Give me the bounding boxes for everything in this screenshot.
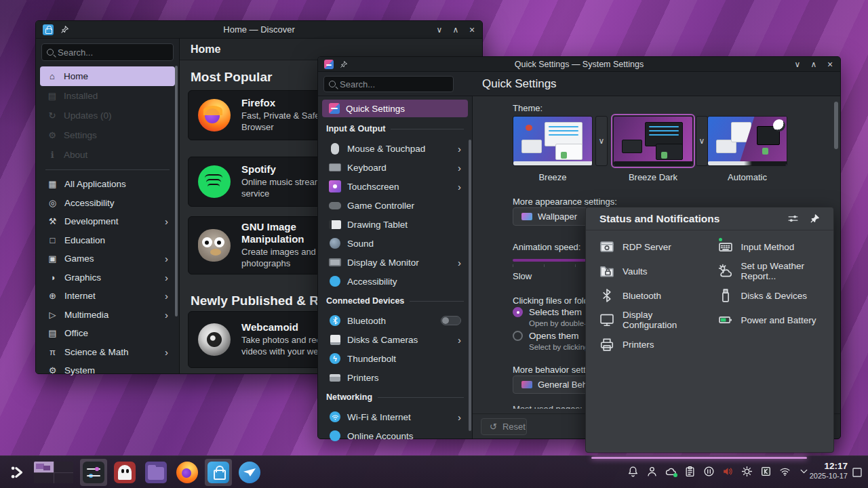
- user-icon[interactable]: [646, 466, 658, 477]
- search-icon: [329, 81, 336, 87]
- clipboard-icon[interactable]: [684, 466, 696, 477]
- category-education[interactable]: □Education: [40, 231, 175, 250]
- breeze-options-button[interactable]: [595, 116, 608, 166]
- sidebar-item-bluetooth[interactable]: Bluetooth: [322, 311, 468, 330]
- search-input[interactable]: Search...: [323, 76, 454, 92]
- theme-preview-breeze-dark[interactable]: [613, 116, 693, 166]
- virtual-desktop-pager[interactable]: [34, 462, 73, 483]
- chevron-right-icon: [458, 181, 461, 192]
- minimize-button[interactable]: [793, 60, 802, 69]
- category-games[interactable]: ▣Games: [40, 249, 175, 268]
- configure-icon[interactable]: [787, 213, 799, 224]
- radio-selects-them[interactable]: Selects them: [513, 307, 582, 317]
- sidebar-item-accessibility[interactable]: Accessibility: [322, 272, 468, 291]
- brightness-icon[interactable]: [741, 466, 753, 477]
- digital-clock[interactable]: 12:17 2025-10-17: [810, 461, 848, 481]
- discover-titlebar[interactable]: Home — Discover: [36, 21, 482, 39]
- task-dolphin[interactable]: [142, 459, 170, 486]
- popup-item-weather[interactable]: Set up Weather Report...: [710, 259, 829, 283]
- maximize-button[interactable]: [451, 25, 460, 35]
- sidebar-item-settings[interactable]: ⚙Settings: [40, 125, 175, 145]
- installed-icon: ▤: [47, 91, 58, 101]
- popup-item-input-method[interactable]: Input Method: [710, 235, 829, 259]
- task-firefox[interactable]: [174, 459, 201, 486]
- pin-icon[interactable]: [60, 25, 69, 34]
- keyboard-layout-icon[interactable]: [760, 466, 772, 477]
- sidebar-item-printers[interactable]: Printers: [322, 368, 468, 387]
- pin-icon[interactable]: [340, 60, 348, 68]
- category-office[interactable]: ▤Office: [40, 324, 175, 343]
- sidebar-item-updates[interactable]: ↻Updates (0): [40, 106, 175, 125]
- sidebar-item-game-controller[interactable]: Game Controller: [322, 196, 468, 215]
- close-button[interactable]: [467, 25, 477, 35]
- category-all-applications[interactable]: ▦All Applications: [40, 175, 175, 194]
- pager-desktop-4[interactable]: [54, 473, 74, 484]
- mouse-icon: [331, 143, 339, 155]
- popup-item-vaults[interactable]: Vaults: [591, 259, 710, 283]
- category-development[interactable]: ⚒Development: [40, 212, 175, 231]
- app-launcher-button[interactable]: [4, 459, 31, 486]
- breeze-dark-options-button[interactable]: [696, 116, 708, 166]
- sidebar-item-about[interactable]: ℹAbout: [40, 145, 175, 165]
- task-system-settings[interactable]: [80, 459, 107, 486]
- minimize-button[interactable]: [435, 25, 444, 35]
- ghost-app-icon: [114, 462, 136, 483]
- sidebar-item-mouse-touchpad[interactable]: Mouse & Touchpad: [322, 139, 468, 158]
- sidebar-item-quick-settings[interactable]: Quick Settings: [322, 100, 468, 117]
- search-input[interactable]: Search...: [41, 43, 174, 61]
- sidebar-item-home[interactable]: ⌂Home: [40, 66, 175, 86]
- tools-icon: ⚒: [47, 216, 58, 226]
- cloud-sync-icon[interactable]: [665, 466, 677, 477]
- gamepad-icon: ▣: [47, 253, 58, 264]
- sidebar-scrollbar[interactable]: [469, 140, 471, 431]
- close-button[interactable]: [825, 60, 835, 69]
- sidebar-item-disks-cameras[interactable]: Disks & Cameras: [322, 330, 468, 349]
- theme-preview-automatic[interactable]: [707, 116, 787, 166]
- education-icon: □: [47, 235, 58, 245]
- pin-icon[interactable]: [810, 214, 820, 224]
- sidebar-item-wifi-internet[interactable]: Wi-Fi & Internet: [322, 407, 468, 426]
- show-desktop-button[interactable]: [852, 467, 863, 478]
- radio-opens-them[interactable]: Opens them: [513, 331, 579, 341]
- sidebar-item-keyboard[interactable]: Keyboard: [322, 158, 468, 177]
- sidebar-item-display-monitor[interactable]: Display & Monitor: [322, 253, 468, 272]
- category-graphics[interactable]: ◑Graphics: [40, 268, 175, 287]
- reset-button[interactable]: ↻ Reset: [481, 418, 527, 435]
- pager-desktop-2[interactable]: [54, 462, 74, 472]
- category-system[interactable]: ⚙System: [40, 361, 175, 380]
- notifications-bell-icon[interactable]: [627, 466, 639, 477]
- popup-item-power-battery[interactable]: Power and Battery: [710, 308, 829, 332]
- popup-item-disks-devices[interactable]: Disks & Devices: [710, 283, 829, 308]
- sidebar-scrollbar[interactable]: [175, 66, 178, 317]
- pager-desktop-1[interactable]: [34, 462, 54, 472]
- system-settings-sidebar: Quick Settings Input & Output Mouse & To…: [318, 96, 473, 439]
- category-science-math[interactable]: πScience & Math: [40, 343, 175, 362]
- category-accessibility[interactable]: ◎Accessibility: [40, 194, 175, 213]
- maximize-button[interactable]: [809, 60, 818, 69]
- category-multimedia[interactable]: ▷Multimedia: [40, 306, 175, 325]
- category-internet[interactable]: ⊕Internet: [40, 287, 175, 306]
- task-ghostwriter[interactable]: [111, 459, 138, 486]
- media-pause-icon[interactable]: [703, 466, 715, 477]
- bluetooth-toggle[interactable]: [441, 316, 461, 325]
- sidebar-item-drawing-tablet[interactable]: Drawing Tablet: [322, 215, 468, 234]
- popup-item-bluetooth[interactable]: Bluetooth: [591, 283, 710, 308]
- sidebar-item-touchscreen[interactable]: Touchscreen: [322, 177, 468, 196]
- content-scrollbar[interactable]: [834, 102, 838, 149]
- sidebar-item-installed[interactable]: ▤Installed: [40, 86, 175, 106]
- expand-tray-chevron-icon[interactable]: [798, 466, 810, 477]
- sidebar-item-thunderbolt[interactable]: Thunderbolt: [322, 349, 468, 368]
- volume-icon[interactable]: [722, 466, 734, 477]
- task-blue-messenger[interactable]: [236, 459, 263, 486]
- wifi-icon[interactable]: [779, 466, 791, 477]
- task-discover[interactable]: [205, 459, 232, 486]
- system-settings-titlebar[interactable]: Quick Settings — System Settings: [318, 57, 840, 72]
- popup-item-printers[interactable]: Printers: [591, 332, 710, 357]
- theme-preview-breeze[interactable]: [513, 116, 593, 166]
- sidebar-item-sound[interactable]: Sound: [322, 234, 468, 253]
- sidebar-item-online-accounts[interactable]: Online Accounts: [322, 426, 468, 445]
- popup-item-display-configuration[interactable]: Display Configuration: [591, 308, 710, 332]
- section-header-networking: Networking: [318, 387, 472, 407]
- pager-desktop-3[interactable]: [34, 473, 54, 484]
- popup-item-rdp-server[interactable]: RDP Server: [591, 235, 710, 259]
